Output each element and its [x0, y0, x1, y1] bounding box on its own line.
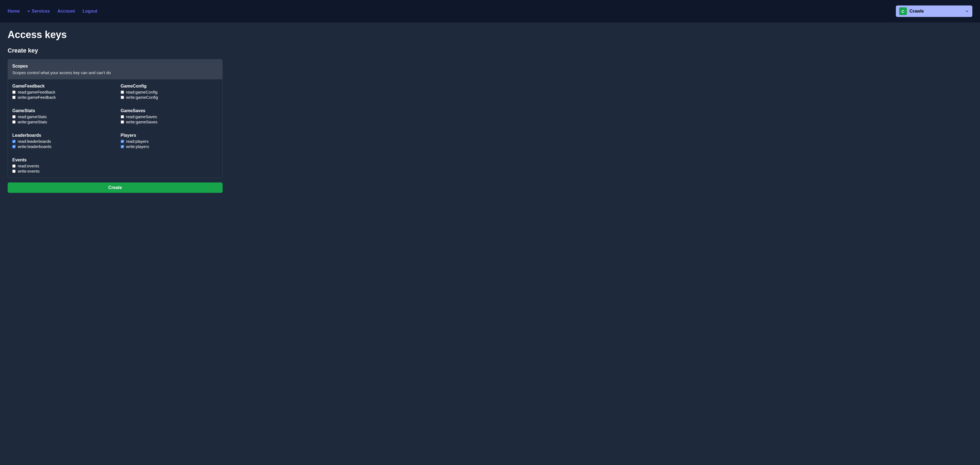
scopes-panel: Scopes Scopes control what your access k…: [8, 59, 223, 178]
scope-group: GameConfigread:gameConfigwrite:gameConfi…: [121, 84, 218, 99]
scope-label: read:gameFeedback: [18, 90, 56, 94]
scope-label: read:gameSaves: [126, 114, 157, 119]
scope-checkbox[interactable]: [121, 115, 124, 118]
scope-label: read:leaderboards: [18, 139, 51, 144]
scopes-body: GameFeedbackread:gameFeedbackwrite:gameF…: [8, 79, 222, 178]
nav-services[interactable]: Services: [27, 9, 50, 14]
caret-down-icon: [27, 11, 30, 12]
game-name: Crawle: [910, 9, 962, 14]
scope-row[interactable]: write:gameSaves: [121, 120, 218, 124]
scope-label: read:gameConfig: [126, 90, 158, 94]
scope-row[interactable]: read:gameFeedback: [12, 90, 110, 94]
scope-checkbox[interactable]: [121, 120, 124, 124]
scope-group: Eventsread:eventswrite:events: [12, 158, 110, 173]
scope-row[interactable]: write:players: [121, 144, 218, 149]
scope-group: Leaderboardsread:leaderboardswrite:leade…: [12, 133, 110, 149]
nav-home[interactable]: Home: [8, 9, 20, 14]
scopes-header: Scopes Scopes control what your access k…: [8, 59, 222, 79]
scope-group-title: GameFeedback: [12, 84, 110, 89]
scope-row[interactable]: read:leaderboards: [12, 139, 110, 144]
scope-label: write:gameSaves: [126, 120, 158, 124]
scope-label: write:gameStats: [18, 120, 47, 124]
nav-logout[interactable]: Logout: [83, 9, 97, 14]
scope-row[interactable]: write:gameConfig: [121, 95, 218, 99]
scope-row[interactable]: read:gameSaves: [121, 114, 218, 119]
chevron-down-icon: [965, 9, 969, 13]
scope-checkbox[interactable]: [12, 115, 16, 118]
scope-group: GameStatsread:gameStatswrite:gameStats: [12, 108, 110, 124]
scope-group-title: Events: [12, 158, 110, 163]
page-title: Access keys: [8, 29, 972, 40]
scope-label: write:leaderboards: [18, 144, 51, 149]
scope-label: read:gameStats: [18, 114, 47, 119]
create-button[interactable]: Create: [8, 182, 223, 193]
nav-account[interactable]: Account: [57, 9, 75, 14]
page-content: Access keys Create key Scopes Scopes con…: [0, 22, 980, 200]
scope-label: read:events: [18, 164, 39, 168]
scopes-header-desc: Scopes control what your access key can …: [12, 70, 218, 75]
scope-row[interactable]: read:players: [121, 139, 218, 144]
scope-row[interactable]: write:gameStats: [12, 120, 110, 124]
scope-label: write:players: [126, 144, 149, 149]
scope-group-title: GameSaves: [121, 108, 218, 113]
game-selector[interactable]: C Crawle: [896, 5, 972, 17]
scope-row[interactable]: read:gameConfig: [121, 90, 218, 94]
scope-label: write:gameConfig: [126, 95, 158, 99]
create-key-heading: Create key: [8, 47, 972, 54]
top-nav: Home Services Account Logout C Crawle: [0, 0, 980, 22]
scope-group: GameFeedbackread:gameFeedbackwrite:gameF…: [12, 84, 110, 99]
scope-checkbox[interactable]: [12, 91, 16, 94]
scope-row[interactable]: read:gameStats: [12, 114, 110, 119]
scope-checkbox[interactable]: [12, 140, 16, 143]
scope-row[interactable]: read:events: [12, 164, 110, 168]
scope-group-title: Players: [121, 133, 218, 138]
scope-label: read:players: [126, 139, 149, 144]
nav-left: Home Services Account Logout: [8, 9, 97, 14]
scope-group-title: Leaderboards: [12, 133, 110, 138]
scope-checkbox[interactable]: [12, 165, 16, 168]
scope-checkbox[interactable]: [121, 96, 124, 99]
scope-group-title: GameStats: [12, 108, 110, 113]
scope-group-title: GameConfig: [121, 84, 218, 89]
scope-checkbox[interactable]: [121, 140, 124, 143]
nav-services-label: Services: [32, 9, 50, 14]
scope-group: Playersread:playerswrite:players: [121, 133, 218, 149]
scope-row[interactable]: write:gameFeedback: [12, 95, 110, 99]
scope-row[interactable]: write:leaderboards: [12, 144, 110, 149]
scope-checkbox[interactable]: [12, 96, 16, 99]
scope-checkbox[interactable]: [12, 120, 16, 124]
scope-checkbox[interactable]: [121, 145, 124, 148]
game-avatar: C: [899, 7, 907, 15]
scope-checkbox[interactable]: [12, 145, 16, 148]
scope-row[interactable]: write:events: [12, 169, 110, 173]
scope-label: write:events: [18, 169, 40, 173]
scope-label: write:gameFeedback: [18, 95, 56, 99]
scopes-header-title: Scopes: [12, 64, 218, 69]
scope-group: GameSavesread:gameSaveswrite:gameSaves: [121, 108, 218, 124]
scope-checkbox[interactable]: [12, 169, 16, 173]
scope-checkbox[interactable]: [121, 91, 124, 94]
